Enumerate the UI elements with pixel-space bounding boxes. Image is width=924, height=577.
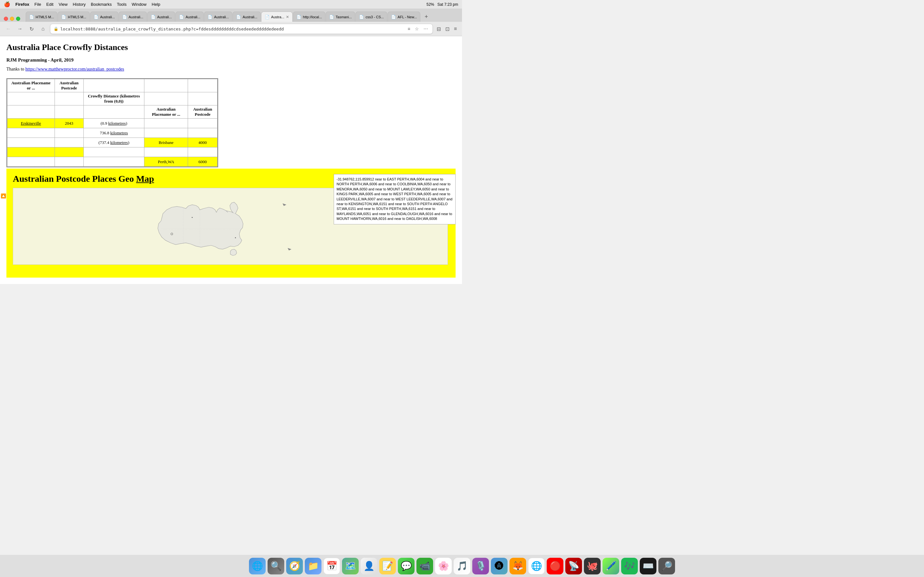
page-title: Australia Place Crowfly Distances <box>6 43 456 52</box>
tools-menu[interactable]: Tools <box>117 2 126 7</box>
table-header-row-3: Australian Placename or ... Australian P… <box>7 105 218 119</box>
address-bar: ← → ↻ ⌂ 🔒 localhost:8888/australia_place… <box>0 22 462 36</box>
tab-localhost[interactable]: 📄 http://local... <box>293 11 325 22</box>
tab-icon: 📄 <box>329 15 334 19</box>
table-header-row-1: Australian Placename or ... Australian P… <box>7 79 218 92</box>
placename-cell[interactable]: Erskineville <box>7 119 55 128</box>
tab-australi-6[interactable]: 📄 Australi... <box>176 11 204 22</box>
data-table: Australian Placename or ... Australian P… <box>7 79 218 167</box>
postcode2-cell <box>188 119 218 128</box>
more-button[interactable]: ⋯ <box>422 26 429 32</box>
distance-cell: 736.8 kilometres <box>83 128 144 138</box>
address-input[interactable]: 🔒 localhost:8888/australia_place_crowfly… <box>50 24 433 34</box>
col-placename-header: Australian Placename or ... <box>7 79 55 92</box>
tab-australi-4[interactable]: 📄 Australi... <box>119 11 147 22</box>
postcode2-cell <box>188 147 218 157</box>
scroll-indicator: 🔼 <box>1 193 6 198</box>
tab-title: Australi... <box>100 15 115 19</box>
postcode-cell: 2043 <box>55 119 83 128</box>
tab-icon: 📄 <box>236 15 241 19</box>
view-menu[interactable]: View <box>59 2 68 7</box>
home-button[interactable]: ⌂ <box>39 24 47 33</box>
tab-css3[interactable]: 📄 css3 - CS... <box>355 11 387 22</box>
tab-active[interactable]: 📄 Austra... ✕ <box>261 11 292 22</box>
tab-australi-7[interactable]: 📄 Australi... <box>204 11 232 22</box>
close-window-button[interactable] <box>4 17 8 21</box>
postcode-cell <box>55 147 83 157</box>
tab-icon: 📄 <box>151 15 156 19</box>
tab-title: Tasmani... <box>336 15 352 19</box>
edit-menu[interactable]: Edit <box>46 2 53 7</box>
tab-title: Australi... <box>186 15 200 19</box>
thanks-line: Thanks to https://www.matthewproctor.com… <box>6 67 456 72</box>
tab-icon: 📄 <box>29 15 34 19</box>
firefox-menu[interactable]: Firefox <box>15 2 29 7</box>
tab-australi-5[interactable]: 📄 Australi... <box>147 11 176 22</box>
tab-australi-3[interactable]: 📄 Australi... <box>90 11 118 22</box>
tab-icon: 📄 <box>391 15 396 19</box>
col-distance-header: Crowfly Distance (kilometres from (0,0)) <box>83 92 144 105</box>
placename2-cell <box>144 119 188 128</box>
menubar-right: 52% Sat 7:23 pm <box>426 2 458 7</box>
tab-html5-2[interactable]: 📄 HTML5 M... <box>58 11 89 22</box>
postcode2-cell: 6000 <box>188 157 218 167</box>
tab-title: Australi... <box>214 15 229 19</box>
minimize-window-button[interactable] <box>10 17 14 21</box>
reader-button[interactable]: ⊟ <box>435 25 442 33</box>
tab-afl[interactable]: 📄 AFL - New... <box>388 11 420 22</box>
thanks-link[interactable]: https://www.matthewproctor.com/australia… <box>25 67 124 71</box>
placename2-cell <box>144 147 188 157</box>
table-row: (737.4 kilometres) Brisbane 4000 <box>7 138 218 147</box>
tab-icon: 📄 <box>208 15 212 19</box>
distance-cell: (737.4 kilometres) <box>83 138 144 147</box>
tab-html5-1[interactable]: 📄 HTML5 M... <box>26 11 57 22</box>
reload-button[interactable]: ↻ <box>27 24 36 33</box>
table-header-row-2: Crowfly Distance (kilometres from (0,0)) <box>7 92 218 105</box>
placename-cell <box>7 138 55 147</box>
distance-cell: (0.9 kilometres) <box>83 119 144 128</box>
tab-bar: 📄 HTML5 M... 📄 HTML5 M... 📄 Australi... … <box>0 9 462 22</box>
table-row: Perth,WA 6000 <box>7 157 218 167</box>
tooltip: -31.948762,115.859912 near to EAST PERTH… <box>334 174 456 224</box>
lock-icon: 🔒 <box>53 27 58 31</box>
forward-button[interactable]: → <box>15 24 24 33</box>
url-text: localhost:8888/australia_place_crowfly_d… <box>60 27 404 31</box>
map-link[interactable]: Map <box>136 174 154 184</box>
apple-menu[interactable]: 🍎 <box>4 1 10 7</box>
reader-mode-button[interactable]: ≡ <box>406 26 411 32</box>
postcode-cell <box>55 128 83 138</box>
browser-chrome: 📄 HTML5 M... 📄 HTML5 M... 📄 Australi... … <box>0 9 462 36</box>
back-button[interactable]: ← <box>4 24 13 33</box>
address-actions: ≡ ☆ ⋯ <box>406 26 429 32</box>
menubar-left: 🍎 Firefox File Edit View History Bookmar… <box>4 1 160 7</box>
window-menu[interactable]: Window <box>132 2 147 7</box>
help-menu[interactable]: Help <box>152 2 160 7</box>
file-menu[interactable]: File <box>34 2 41 7</box>
overflow-button[interactable]: ≡ <box>453 25 458 32</box>
tab-tasmania[interactable]: 📄 Tasmani... <box>326 11 355 22</box>
close-tab-button[interactable]: ✕ <box>286 15 289 19</box>
new-tab-button[interactable]: + <box>422 12 431 21</box>
battery-status: 52% <box>426 2 434 7</box>
tab-australi-8[interactable]: 📄 Australi... <box>233 11 261 22</box>
traffic-lights <box>4 17 20 21</box>
bookmarks-menu[interactable]: Bookmarks <box>91 2 111 7</box>
tab-icon: 📄 <box>122 15 127 19</box>
bookmark-button[interactable]: ☆ <box>414 26 420 32</box>
placename-cell <box>7 147 55 157</box>
col-postcode-header: Australian Postcode <box>55 79 83 92</box>
tab-title: http://local... <box>303 15 322 19</box>
table-row <box>7 147 218 157</box>
sidebar-button[interactable]: ⊡ <box>444 25 451 33</box>
postcode-cell <box>55 157 83 167</box>
placename-cell <box>7 157 55 167</box>
menubar: 🍎 Firefox File Edit View History Bookmar… <box>0 0 462 9</box>
placename2-cell: Brisbane <box>144 138 188 147</box>
history-menu[interactable]: History <box>73 2 86 7</box>
maximize-window-button[interactable] <box>16 17 20 21</box>
tooltip-text: -31.948762,115.859912 near to EAST PERTH… <box>336 177 452 221</box>
placename-cell <box>7 128 55 138</box>
tab-icon: 📄 <box>179 15 184 19</box>
time-display: Sat 7:23 pm <box>437 2 458 7</box>
distance-cell <box>83 147 144 157</box>
